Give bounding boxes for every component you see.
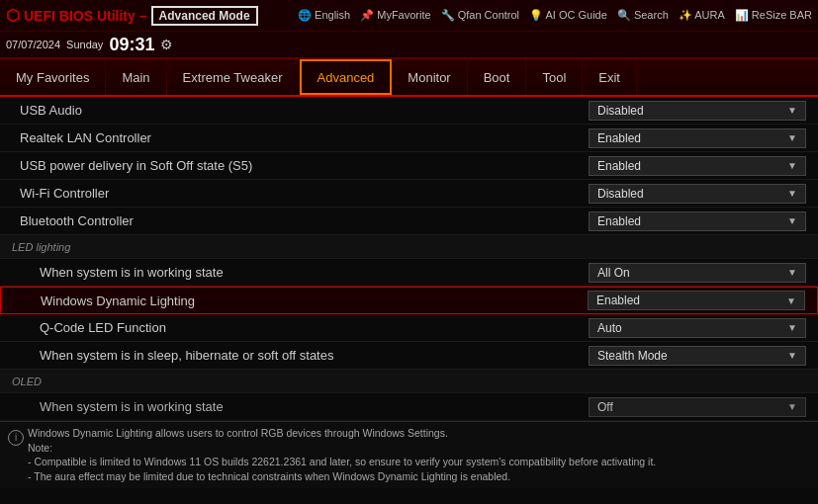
working-state-led-label: When system is in working state <box>20 265 589 280</box>
nav-monitor[interactable]: Monitor <box>392 59 467 95</box>
setting-row-usb-power: USB power delivery in Soft Off state (S5… <box>0 152 818 180</box>
nav-my-favorites[interactable]: My Favorites <box>0 59 106 95</box>
setting-row-oled-working: When system is in working state Off ▼ <box>0 393 818 421</box>
action-aioc[interactable]: 💡 AI OC Guide <box>529 9 607 22</box>
realtek-lan-label: Realtek LAN Controller <box>20 130 589 145</box>
bluetooth-label: Bluetooth Controller <box>20 213 589 228</box>
usb-power-dropdown[interactable]: Enabled ▼ <box>589 156 806 176</box>
day-display: Sunday <box>66 39 103 50</box>
usb-audio-label: USB Audio <box>20 103 589 118</box>
nav-advanced[interactable]: Advanced <box>300 59 393 95</box>
oled-header: OLED <box>0 370 818 393</box>
date-display: 07/07/2024 <box>6 39 60 50</box>
sleep-state-dropdown[interactable]: Stealth Mode ▼ <box>589 346 806 366</box>
info-icon: i <box>8 430 24 446</box>
dropdown-arrow-icon: ▼ <box>787 160 797 171</box>
top-bar-actions: 🌐 English 📌 MyFavorite 🔧 Qfan Control 💡 … <box>298 9 812 22</box>
qcode-led-label: Q-Code LED Function <box>20 320 589 335</box>
action-aura[interactable]: ✨ AURA <box>679 9 725 22</box>
action-search[interactable]: 🔍 Search <box>617 9 669 22</box>
nav-tool[interactable]: Tool <box>526 59 583 95</box>
top-bar: ⬡ UEFI BIOS Utility – Advanced Mode 🌐 En… <box>0 0 818 32</box>
dropdown-arrow-icon: ▼ <box>787 215 797 226</box>
oled-working-label: When system is in working state <box>20 399 589 414</box>
action-resizebar[interactable]: 📊 ReSize BAR <box>735 9 812 22</box>
nav-boot[interactable]: Boot <box>468 59 527 95</box>
settings-panel: USB Audio Disabled ▼ Realtek LAN Control… <box>0 97 818 504</box>
setting-row-sleep-state: When system is in sleep, hibernate or so… <box>0 342 818 370</box>
rog-icon: ⬡ <box>6 6 20 25</box>
bottom-info-text: Windows Dynamic Lighting allows users to… <box>28 427 656 482</box>
datetime-bar: 07/07/2024 Sunday 09:31 ⚙ <box>0 32 818 59</box>
bottom-info: i Windows Dynamic Lighting allows users … <box>0 421 818 488</box>
settings-gear-icon[interactable]: ⚙ <box>160 37 173 52</box>
action-english[interactable]: 🌐 English <box>298 9 350 22</box>
nav-main[interactable]: Main <box>106 59 166 95</box>
dropdown-arrow-icon: ▼ <box>787 350 797 361</box>
content-area: USB Audio Disabled ▼ Realtek LAN Control… <box>0 97 818 504</box>
led-section-label: LED lighting <box>12 241 806 253</box>
dropdown-arrow-icon: ▼ <box>787 401 797 412</box>
time-display: 09:31 <box>109 35 154 55</box>
usb-power-label: USB power delivery in Soft Off state (S5… <box>20 158 589 173</box>
qcode-led-dropdown[interactable]: Auto ▼ <box>589 318 806 338</box>
windows-dynamic-dropdown[interactable]: Enabled ▼ <box>588 291 805 310</box>
dropdown-arrow-icon: ▼ <box>786 295 796 306</box>
setting-row-qcode-led: Q-Code LED Function Auto ▼ <box>0 314 818 342</box>
action-qfan[interactable]: 🔧 Qfan Control <box>441 9 519 22</box>
action-myfavorite[interactable]: 📌 MyFavorite <box>360 9 430 22</box>
dropdown-arrow-icon: ▼ <box>787 132 797 143</box>
setting-row-windows-dynamic: Windows Dynamic Lighting Enabled ▼ <box>0 287 818 314</box>
oled-working-dropdown[interactable]: Off ▼ <box>589 397 806 417</box>
dropdown-arrow-icon: ▼ <box>787 188 797 199</box>
rog-logo: ⬡ UEFI BIOS Utility – Advanced Mode <box>6 6 258 26</box>
setting-row-realtek-lan: Realtek LAN Controller Enabled ▼ <box>0 125 818 152</box>
wifi-label: Wi-Fi Controller <box>20 186 589 201</box>
nav-exit[interactable]: Exit <box>583 59 637 95</box>
bluetooth-dropdown[interactable]: Enabled ▼ <box>589 211 806 231</box>
usb-audio-dropdown[interactable]: Disabled ▼ <box>589 101 806 121</box>
setting-row-bluetooth: Bluetooth Controller Enabled ▼ <box>0 208 818 235</box>
realtek-lan-dropdown[interactable]: Enabled ▼ <box>589 128 806 148</box>
working-state-led-dropdown[interactable]: All On ▼ <box>589 263 806 283</box>
main-nav: My Favorites Main Extreme Tweaker Advanc… <box>0 59 818 97</box>
app-title: UEFI BIOS Utility <box>24 8 136 24</box>
windows-dynamic-label: Windows Dynamic Lighting <box>21 294 588 308</box>
oled-section-label: OLED <box>12 376 806 387</box>
led-lighting-header: LED lighting <box>0 235 818 259</box>
dropdown-arrow-icon: ▼ <box>787 267 797 278</box>
nav-extreme-tweaker[interactable]: Extreme Tweaker <box>167 59 300 95</box>
sleep-state-label: When system is in sleep, hibernate or so… <box>20 348 589 363</box>
setting-row-usb-audio: USB Audio Disabled ▼ <box>0 97 818 125</box>
dropdown-arrow-icon: ▼ <box>787 322 797 333</box>
setting-row-wifi: Wi-Fi Controller Disabled ▼ <box>0 180 818 208</box>
advanced-mode-badge: Advanced Mode <box>151 6 258 26</box>
dropdown-arrow-icon: ▼ <box>787 105 797 116</box>
setting-row-working-state-led: When system is in working state All On ▼ <box>0 259 818 287</box>
wifi-dropdown[interactable]: Disabled ▼ <box>589 184 806 204</box>
